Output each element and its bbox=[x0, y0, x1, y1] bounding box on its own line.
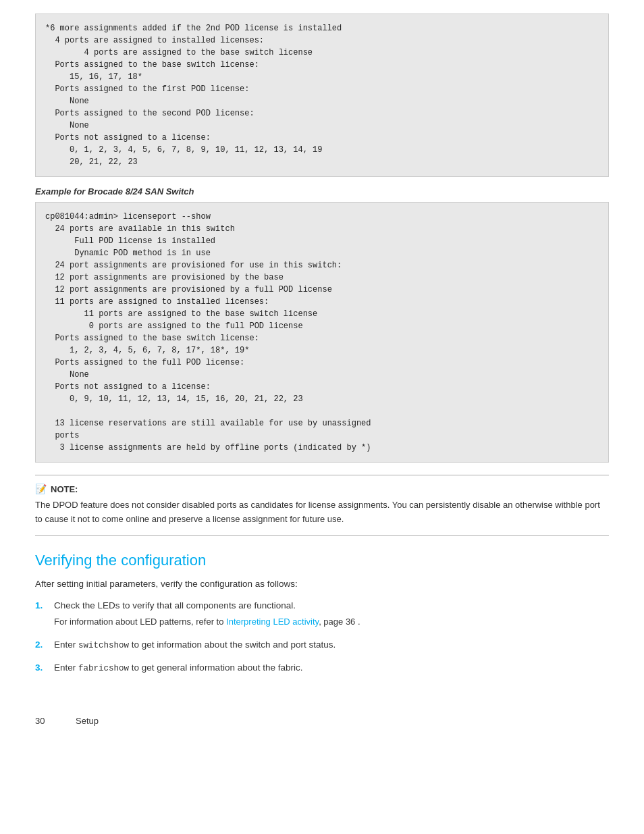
step-main-text: Check the LEDs to verify that all compon… bbox=[54, 598, 609, 613]
step-text-before: Enter bbox=[54, 662, 78, 673]
list-item: 2. Enter switchshow to get information a… bbox=[35, 637, 609, 652]
code-block-1: *6 more assignments added if the 2nd POD… bbox=[35, 14, 609, 177]
interpreting-led-link[interactable]: Interpreting LED activity bbox=[226, 617, 319, 627]
step-content: Enter fabricshow to get general informat… bbox=[54, 660, 609, 675]
step-code: switchshow bbox=[78, 641, 129, 650]
section-intro: After setting initial parameters, verify… bbox=[35, 579, 609, 589]
step-content: Check the LEDs to verify that all compon… bbox=[54, 598, 609, 629]
code-block-2: cp081044:admin> licenseport --show 24 po… bbox=[35, 202, 609, 463]
page-number: 30 bbox=[35, 716, 55, 726]
step-text-before: Enter bbox=[54, 640, 78, 650]
note-header: 📝 NOTE: bbox=[35, 484, 609, 494]
step-number: 2. bbox=[35, 637, 47, 652]
verifying-section: Verifying the configuration After settin… bbox=[35, 552, 609, 675]
step-number: 3. bbox=[35, 660, 47, 675]
step-content: Enter switchshow to get information abou… bbox=[54, 637, 609, 652]
steps-list: 1. Check the LEDs to verify that all com… bbox=[35, 598, 609, 675]
step-code: fabricshow bbox=[78, 664, 129, 673]
step-sub-note: For information about LED patterns, refe… bbox=[54, 615, 609, 629]
footer: 30 Setup bbox=[35, 716, 609, 726]
note-label: NOTE: bbox=[51, 484, 78, 494]
sub-text-after: , page 36 . bbox=[319, 617, 360, 627]
list-item: 1. Check the LEDs to verify that all com… bbox=[35, 598, 609, 629]
note-box: 📝 NOTE: The DPOD feature does not consid… bbox=[35, 475, 609, 536]
section-label: Setup bbox=[76, 716, 99, 726]
step-text-after: to get information about the switch and … bbox=[129, 640, 336, 650]
step-number: 1. bbox=[35, 598, 47, 629]
note-text: The DPOD feature does not consider disab… bbox=[35, 498, 609, 527]
step-text-after: to get general information about the fab… bbox=[129, 662, 302, 673]
sub-text-before: For information about LED patterns, refe… bbox=[54, 617, 226, 627]
note-icon: 📝 bbox=[35, 484, 47, 494]
example-label: Example for Brocade 8/24 SAN Switch bbox=[35, 186, 609, 197]
list-item: 3. Enter fabricshow to get general infor… bbox=[35, 660, 609, 675]
section-title: Verifying the configuration bbox=[35, 552, 609, 569]
